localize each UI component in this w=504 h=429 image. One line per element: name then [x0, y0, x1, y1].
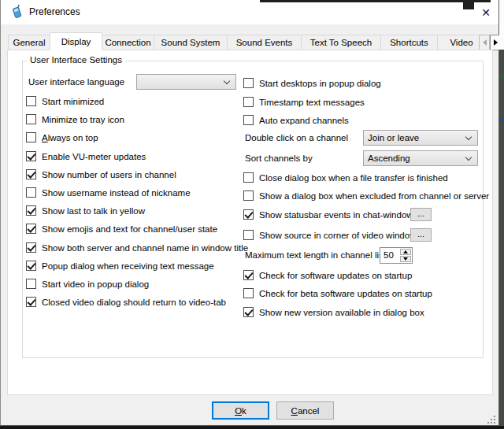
checkbox-row-popup-text-message[interactable]: Popup dialog when receiving text message — [26, 259, 214, 272]
statusbar-events-more-button[interactable]: ... — [410, 208, 432, 221]
tab-connection[interactable]: Connection — [102, 35, 154, 50]
double-click-combobox[interactable]: Join or leave — [363, 130, 478, 146]
spin-up-button[interactable] — [400, 249, 411, 255]
tab-label: Sound System — [161, 38, 220, 47]
checkbox-video-popup[interactable] — [26, 279, 36, 289]
sort-channels-combobox[interactable]: Ascending — [363, 150, 478, 166]
checkbox-row-vu-meter[interactable]: Enable VU-meter updates — [26, 150, 146, 163]
checkbox-row-always-on-top[interactable]: Always on top — [26, 131, 98, 144]
checkbox-timestamp[interactable] — [243, 97, 254, 107]
checkbox-beta-updates[interactable] — [243, 288, 254, 298]
checkbox-desktops-popup[interactable] — [243, 78, 254, 88]
spinbox-value[interactable]: 50 — [380, 248, 399, 263]
preferences-dialog: Preferences ✕ General Display Connection… — [0, 0, 499, 426]
checkbox-label: Enable VU-meter updates — [42, 152, 146, 161]
checkbox-label: Show username instead of nickname — [42, 188, 191, 198]
checkbox-row-new-version-dialog[interactable]: Show new version available in dialog box — [243, 305, 424, 319]
checkbox-label: Minimize to tray icon — [42, 115, 124, 124]
checkbox-row-video-tab-return[interactable]: Closed video dialog should return to vid… — [26, 295, 226, 309]
checkbox-statusbar-events[interactable] — [243, 209, 254, 220]
checkbox-always-on-top[interactable] — [26, 132, 36, 142]
checkbox-row-minimize-to-tray[interactable]: Minimize to tray icon — [26, 113, 124, 126]
cancel-button[interactable]: Cancel — [276, 401, 334, 420]
checkbox-video-tab-return[interactable] — [26, 297, 36, 307]
checkbox-excluded-dialog[interactable] — [243, 190, 254, 201]
tab-label: Connection — [105, 38, 150, 47]
tab-label: Text To Speech — [310, 38, 372, 47]
close-button[interactable]: ✕ — [473, 1, 498, 24]
mnemonic-underline: C — [291, 406, 298, 416]
ok-label: Ok — [235, 406, 246, 416]
checkbox-video-source-corner[interactable] — [243, 230, 254, 240]
tab-general[interactable]: General — [8, 35, 50, 50]
checkbox-row-show-username[interactable]: Show username instead of nickname — [26, 186, 191, 199]
checkbox-row-start-minimized[interactable]: Start minimized — [26, 94, 104, 108]
checkbox-label: Show new version available in dialog box — [259, 308, 424, 317]
checkbox-emojis[interactable] — [26, 224, 36, 234]
tab-label: Shortcuts — [390, 38, 428, 47]
checkbox-last-to-talk[interactable] — [26, 205, 36, 216]
checkbox-row-excluded-dialog[interactable]: Show a dialog box when excluded from cha… — [243, 189, 489, 202]
checkbox-row-desktops-popup[interactable]: Start desktops in popup dialog — [243, 76, 381, 90]
close-icon: ✕ — [481, 6, 491, 19]
language-combobox[interactable] — [136, 74, 236, 90]
tab-bar: General Display Connection Sound System … — [8, 31, 478, 50]
chevron-down-icon — [224, 78, 230, 84]
checkbox-show-username[interactable] — [26, 187, 36, 198]
checkbox-row-timestamp[interactable]: Timestamp text messages — [243, 95, 365, 109]
max-text-length-spinbox[interactable]: 50 — [380, 247, 413, 264]
checkbox-vu-meter[interactable] — [26, 151, 36, 161]
spinbox-buttons — [399, 248, 412, 263]
checkbox-row-video-popup[interactable]: Start video in popup dialog — [26, 277, 149, 290]
checkbox-window-title[interactable] — [26, 242, 36, 253]
mnemonic-underline: O — [235, 406, 242, 416]
tab-text-to-speech[interactable]: Text To Speech — [301, 35, 381, 50]
checkbox-label: Close dialog box when a file transfer is… — [259, 173, 448, 183]
window-title: Preferences — [29, 0, 80, 24]
checkbox-label: Timestamp text messages — [259, 98, 365, 107]
checkbox-popup-text-message[interactable] — [26, 261, 36, 271]
desktop-sliver-bottom — [0, 426, 504, 429]
checkbox-row-show-user-count[interactable]: Show number of users in channel — [26, 168, 176, 181]
checkbox-row-auto-expand[interactable]: Auto expand channels — [243, 113, 349, 127]
checkbox-label: Start minimized — [42, 97, 104, 106]
desktop-sliver-top-notch — [463, 0, 474, 9]
tab-scroll-left-button[interactable] — [479, 35, 490, 50]
checkbox-start-minimized[interactable] — [26, 96, 36, 106]
checkbox-row-statusbar-events[interactable]: Show statusbar events in chat-window — [243, 208, 413, 221]
checkbox-minimize-to-tray[interactable] — [26, 114, 36, 124]
checkbox-new-version-dialog[interactable] — [243, 307, 254, 317]
checkbox-row-window-title[interactable]: Show both server and channel name in win… — [26, 241, 248, 254]
checkbox-label: Check for beta software updates on start… — [259, 289, 432, 298]
max-text-length-label: Maximum text length in channel list — [245, 249, 386, 262]
checkbox-show-user-count[interactable] — [26, 169, 36, 179]
checkbox-close-file-transfer[interactable] — [243, 172, 254, 183]
checkbox-row-video-source-corner[interactable]: Show source in corner of video window — [243, 228, 416, 242]
ok-button[interactable]: Ok — [212, 401, 269, 420]
checkbox-label: Show last to talk in yellow — [42, 206, 145, 216]
checkbox-software-updates[interactable] — [243, 270, 254, 280]
desktop-background: Preferences ✕ General Display Connection… — [0, 0, 504, 429]
checkbox-auto-expand[interactable] — [243, 115, 254, 125]
spin-down-button[interactable] — [400, 256, 411, 262]
tab-shortcuts[interactable]: Shortcuts — [380, 35, 438, 50]
checkbox-row-beta-updates[interactable]: Check for beta software updates on start… — [243, 287, 432, 300]
video-source-more-button[interactable]: ... — [410, 228, 432, 242]
title-bar: Preferences ✕ — [1, 0, 498, 24]
resize-grip[interactable] — [487, 416, 489, 417]
chevron-down-icon — [465, 134, 472, 140]
checkbox-row-software-updates[interactable]: Check for software updates on startup — [243, 268, 412, 282]
checkbox-label: Check for software updates on startup — [259, 271, 412, 280]
tab-video[interactable]: Video — [437, 35, 478, 50]
tab-sound-events[interactable]: Sound Events — [227, 35, 302, 50]
checkbox-label: Show source in corner of video window — [259, 231, 416, 240]
checkbox-row-last-to-talk[interactable]: Show last to talk in yellow — [26, 204, 145, 217]
checkbox-label: Closed video dialog should return to vid… — [42, 298, 226, 307]
checkbox-label: Popup dialog when receiving text message — [42, 261, 214, 271]
tab-sound-system[interactable]: Sound System — [154, 35, 228, 50]
tab-display[interactable]: Display — [50, 32, 102, 50]
app-icon — [9, 5, 24, 20]
label-rest: k — [242, 406, 246, 416]
checkbox-row-emojis[interactable]: Show emojis and text for channel/user st… — [26, 222, 217, 235]
checkbox-row-close-file-transfer[interactable]: Close dialog box when a file transfer is… — [243, 171, 448, 184]
